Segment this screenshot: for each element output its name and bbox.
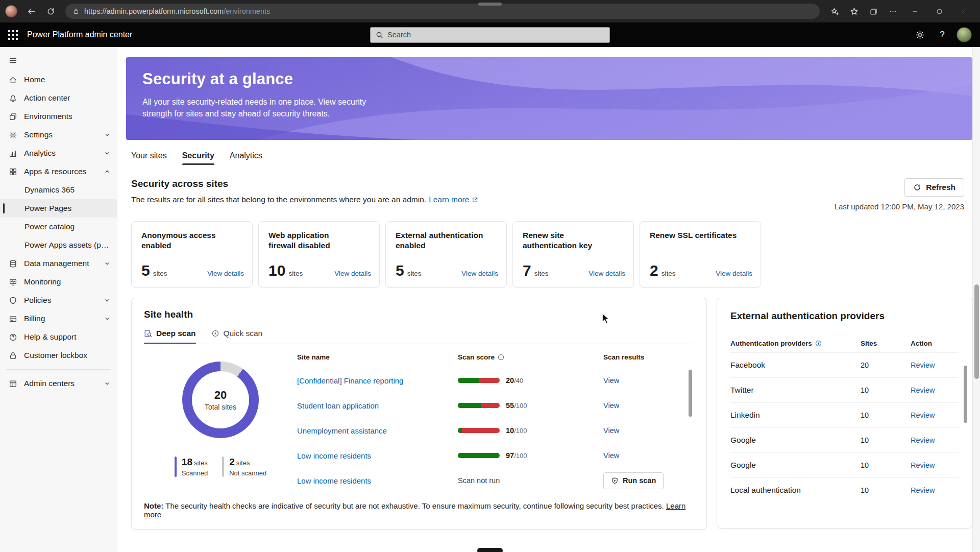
review-link[interactable]: Review [911,411,959,419]
review-link[interactable]: Review [911,486,959,494]
site-health-panel: Site health Deep scan Quick scan [131,298,707,530]
sidebar-item-home[interactable]: Home [0,70,117,89]
sidebar-item-label: Power Apps assets (preview) [24,241,111,250]
provider-name: Local authentication [730,486,861,495]
auth-providers-panel: External authentication providers Authen… [717,298,972,529]
sidebar-item-data-management[interactable]: Data management [0,254,117,273]
search-box[interactable] [370,27,610,43]
sidebar-item-environments[interactable]: Environments [0,107,117,126]
info-icon[interactable] [815,340,822,347]
browser-profile-avatar[interactable] [5,5,17,17]
settings-gear-button[interactable] [912,27,928,43]
info-icon[interactable] [498,354,504,361]
site-link[interactable]: Unemployment assistance [297,426,458,435]
tab-deep-scan[interactable]: Deep scan [144,329,196,344]
section-title: Security across sites [131,178,478,189]
help-button[interactable]: ? [934,27,950,43]
star-plus-icon [830,7,839,16]
monitoring-icon [9,278,17,286]
card-count: 5 [141,262,150,279]
refresh-button[interactable] [42,3,59,19]
donut-column: 20 Total sites 18sites Scanned [144,346,297,493]
card-unit: sites [662,270,676,277]
sidebar-item-admin-centers[interactable]: Admin centers [0,374,117,393]
card-count: 10 [268,262,285,279]
view-details-link[interactable]: View details [461,270,498,277]
refresh-data-button[interactable]: Refresh [904,178,964,197]
collections-button[interactable] [865,3,882,19]
sidebar-item-power-pages[interactable]: Power Pages [0,199,117,218]
sidebar-collapse-button[interactable] [0,50,117,70]
minimize-button[interactable] [903,2,926,20]
sidebar-item-power-catalog[interactable]: Power catalog [0,218,117,236]
account-avatar[interactable] [957,27,972,42]
review-link[interactable]: Review [911,386,959,394]
search-input[interactable] [387,31,609,39]
tab-quick-scan[interactable]: Quick scan [211,329,263,344]
view-scan-link[interactable]: View [603,376,619,385]
sidebar-item-help-support[interactable]: Help & support [0,328,117,346]
site-link[interactable]: [Confidential] Finance reporting [297,376,458,385]
card-unit: sites [534,270,549,277]
collections-icon [869,7,878,16]
scan-status: Scan not run [458,476,500,485]
sidebar-item-billing[interactable]: Billing [0,309,117,328]
back-button[interactable] [22,3,40,19]
sidebar-item-action-center[interactable]: Action center [0,89,117,107]
view-scan-link[interactable]: View [603,426,619,435]
site-link[interactable]: Student loan application [297,401,458,410]
run-scan-button[interactable]: Run scan [603,472,664,489]
sidebar-item-label: Power Pages [24,204,111,213]
view-scan-link[interactable]: View [603,451,619,460]
sidebar-item-monitoring[interactable]: Monitoring [0,273,117,291]
view-scan-link[interactable]: View [603,401,619,410]
sidebar-item-customer-lockbox[interactable]: Customer lockbox [0,346,117,365]
card-renew-auth-key: Renew site authentication key 7 sites Vi… [512,221,634,287]
review-link[interactable]: Review [911,461,959,469]
page-scrollbar-thumb[interactable] [974,284,979,379]
provider-name: Facebook [730,361,861,370]
tab-label: Analytics [230,151,262,160]
view-details-link[interactable]: View details [207,270,244,277]
tab-your-sites[interactable]: Your sites [131,151,167,165]
review-link[interactable]: Review [911,436,959,444]
tab-analytics[interactable]: Analytics [230,151,262,165]
site-link[interactable]: Low income residents [297,451,458,460]
view-details-link[interactable]: View details [334,270,371,277]
learn-more-link[interactable]: Learn more [429,195,469,204]
table-scrollbar-thumb[interactable] [689,370,692,417]
provider-row: Google 10 Review [730,427,959,452]
column-header-sites: Sites [861,340,877,347]
page-tabs: Your sites Security Analytics [131,151,972,165]
favorites-button[interactable] [845,3,863,19]
sidebar-item-policies[interactable]: Policies [0,291,117,309]
auth-scrollbar-thumb[interactable] [964,366,967,423]
tab-label: Security [182,151,214,160]
refresh-label: Refresh [926,183,955,192]
site-link[interactable]: Low income residents [297,476,458,485]
app-header: Power Platform admin center ? [0,22,980,47]
view-details-link[interactable]: View details [716,270,752,277]
waffle-menu-icon[interactable] [8,30,18,40]
sidebar-item-dynamics-365[interactable]: Dynamics 365 [0,181,117,199]
favorite-add-button[interactable] [826,3,843,19]
star-icon [850,7,859,16]
sidebar-item-analytics[interactable]: Analytics [0,144,117,162]
provider-name: Google [730,461,861,470]
maximize-button[interactable] [928,2,950,20]
page-scrollbar[interactable] [972,47,980,552]
maximize-icon [936,8,943,15]
review-link[interactable]: Review [911,361,959,369]
tab-security[interactable]: Security [182,151,214,165]
sidebar-item-label: Action center [24,93,111,103]
browser-menu-button[interactable] [884,3,901,19]
close-button[interactable] [952,2,975,20]
legend-value: 2 [229,457,235,467]
window-drag-handle[interactable] [478,3,502,6]
sidebar-item-apps-resources[interactable]: Apps & resources [0,162,117,181]
sidebar-item-settings[interactable]: Settings [0,126,117,144]
address-bar[interactable]: https://admin.powerplatform.microsoft.co… [65,4,820,19]
legend-swatch [222,457,224,477]
view-details-link[interactable]: View details [589,270,625,277]
sidebar-item-power-apps-assets[interactable]: Power Apps assets (preview) [0,236,117,254]
